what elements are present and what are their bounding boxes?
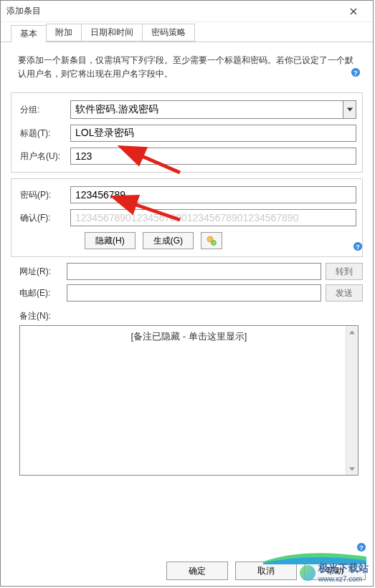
- notes-area[interactable]: [备注已隐藏 - 单击这里显示]: [19, 325, 359, 476]
- help-icon[interactable]: ?: [350, 67, 361, 78]
- watermark-url: www.xz7.com: [318, 575, 369, 583]
- close-button[interactable]: [337, 1, 370, 22]
- scroll-down-icon[interactable]: [346, 463, 358, 475]
- watermark-name: 极光下载站: [318, 562, 369, 575]
- generate-button[interactable]: 生成(G): [143, 232, 194, 249]
- group-value: 软件密码.游戏密码: [75, 103, 158, 115]
- url-row: 网址(R): 转到: [11, 263, 363, 280]
- svg-point-3: [212, 241, 217, 246]
- svg-text:?: ?: [353, 69, 358, 77]
- tab-panel: 要添加一个新条目，仅需填写下列字段。至少需要一个标题和密码。若你已设定了一个默认…: [8, 44, 366, 550]
- title-bar: 添加条目: [1, 1, 373, 22]
- notes-label: 备注(N):: [8, 306, 366, 325]
- tab-addon[interactable]: 附加: [46, 24, 82, 42]
- email-row: 电邮(E): 发送: [11, 284, 363, 302]
- url-input[interactable]: [67, 263, 321, 280]
- group-fieldset: 分组: 软件密码.游戏密码 标题(T): 用户名(U):: [11, 92, 363, 173]
- goto-button[interactable]: 转到: [326, 263, 363, 280]
- watermark: 极光下载站 www.xz7.com: [300, 562, 369, 583]
- scroll-track[interactable]: [346, 338, 358, 463]
- hide-button[interactable]: 隐藏(H): [85, 232, 136, 249]
- password-input[interactable]: [70, 186, 356, 203]
- password-label: 密码(P):: [20, 189, 70, 201]
- description-text: 要添加一个新条目，仅需填写下列字段。至少需要一个标题和密码。若你已设定了一个默认…: [8, 44, 366, 88]
- description-label: 要添加一个新条目，仅需填写下列字段。至少需要一个标题和密码。若你已设定了一个默认…: [18, 55, 353, 79]
- confirm-input[interactable]: [70, 209, 356, 226]
- chevron-down-icon: [343, 101, 356, 118]
- password-fieldset: 密码(P): 确认(F): 隐藏(H) 生成(G) ?: [11, 178, 363, 257]
- notes-scrollbar[interactable]: [346, 326, 358, 475]
- notes-hidden-text[interactable]: [备注已隐藏 - 单击这里显示]: [20, 326, 358, 347]
- username-label: 用户名(U):: [20, 150, 70, 163]
- title-label: 标题(T):: [20, 127, 70, 140]
- username-input[interactable]: [70, 148, 356, 165]
- tab-pwdpolicy[interactable]: 密码策略: [142, 24, 195, 42]
- ok-button[interactable]: 确定: [166, 562, 228, 580]
- email-label: 电邮(E):: [11, 287, 67, 299]
- watermark-logo-icon: [300, 565, 315, 581]
- window: 添加条目 基本 附加 日期和时间 密码策略 要添加一个新条目，仅需填写下列字段。…: [0, 0, 374, 587]
- profile-icon: [206, 235, 217, 246]
- group-label: 分组:: [20, 104, 70, 116]
- send-button[interactable]: 发送: [326, 284, 363, 302]
- close-icon: [350, 8, 357, 15]
- email-input[interactable]: [67, 284, 321, 302]
- profile-button[interactable]: [201, 232, 222, 249]
- help-icon[interactable]: ?: [352, 241, 364, 252]
- svg-text:?: ?: [359, 544, 364, 551]
- svg-text:?: ?: [356, 243, 360, 251]
- window-title: 添加条目: [6, 5, 337, 17]
- confirm-label: 确认(F):: [20, 212, 70, 224]
- tab-datetime[interactable]: 日期和时间: [81, 24, 143, 42]
- scroll-up-icon[interactable]: [346, 326, 358, 338]
- url-label: 网址(R):: [11, 266, 67, 278]
- group-combo[interactable]: 软件密码.游戏密码: [70, 100, 356, 119]
- tab-basic[interactable]: 基本: [11, 25, 47, 42]
- title-input[interactable]: [70, 125, 356, 142]
- tab-bar: 基本 附加 日期和时间 密码策略: [1, 22, 373, 42]
